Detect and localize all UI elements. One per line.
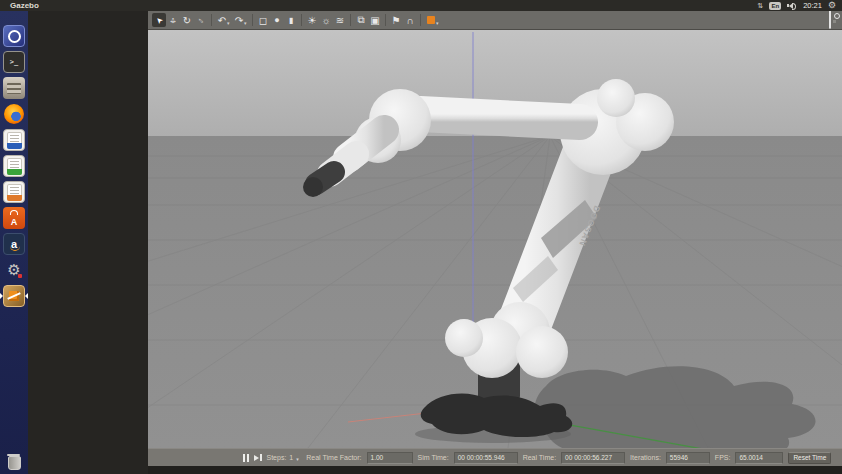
iterations-value: 55946	[666, 452, 710, 464]
align-tool-button[interactable]: ⚑	[389, 13, 403, 27]
insert-sphere-button[interactable]: ●	[270, 13, 284, 27]
camera-icon	[829, 10, 831, 29]
network-icon[interactable]: ⇅	[758, 1, 764, 10]
ubuntu-software-icon: A	[3, 207, 25, 229]
cursor-arrow-icon: ➤	[153, 14, 164, 25]
box-icon: ◻	[259, 15, 267, 26]
steps-value[interactable]: 1	[289, 454, 293, 461]
dock-item-firefox[interactable]	[2, 102, 26, 126]
directional-light-icon: ≋	[336, 15, 344, 26]
step-button[interactable]	[254, 454, 262, 461]
redo-icon: ↷	[235, 15, 243, 26]
ubuntu-dash-icon	[3, 25, 25, 47]
paste-button[interactable]: ▣	[368, 13, 382, 27]
spot-light-button[interactable]: ☼	[319, 13, 333, 27]
redo-history-dropdown[interactable]: ▾	[244, 15, 249, 26]
dock-item-libreoffice-impress[interactable]	[2, 180, 26, 204]
snap-tool-button[interactable]: ∩	[403, 13, 417, 27]
viewport-3d-scene: DOOSAN	[148, 30, 842, 448]
clock[interactable]: 20:21	[803, 1, 822, 10]
real-time-factor-label: Real Time Factor:	[306, 454, 361, 461]
real-time-factor-value: 1.00	[367, 452, 413, 464]
dock-item-libreoffice-writer[interactable]	[2, 128, 26, 152]
dock-item-libreoffice-calc[interactable]	[2, 154, 26, 178]
insert-cylinder-button[interactable]: ▮	[284, 13, 298, 27]
point-light-button[interactable]: ☀	[305, 13, 319, 27]
scale-icon: ⇔	[194, 13, 207, 26]
translate-tool-button[interactable]: ↔ ↕	[166, 13, 180, 27]
window-bottom-edge	[148, 466, 842, 474]
app-menu-title[interactable]: Gazebo	[10, 1, 39, 10]
select-tool-button[interactable]: ➤	[152, 13, 166, 27]
copy-icon: ⧉	[357, 14, 364, 26]
step-icon	[254, 455, 259, 461]
dock-item-trash[interactable]	[2, 451, 26, 474]
trash-icon	[3, 452, 25, 474]
dock-item-terminal[interactable]: >_	[2, 50, 26, 74]
fps-value: 65.0014	[735, 452, 783, 464]
dock-item-ubuntu-software[interactable]: A	[2, 206, 26, 230]
dock-item-file-manager[interactable]	[2, 76, 26, 100]
ubuntu-menubar: Gazebo ⇅ En 20:21 ⚙	[0, 0, 842, 11]
amazon-icon: a	[3, 233, 25, 255]
volume-icon[interactable]	[787, 2, 797, 10]
session-gear-icon[interactable]: ⚙	[828, 1, 836, 10]
rotate-icon: ↻	[183, 15, 191, 26]
simulation-statusbar: Steps: 1 ▾ Real Time Factor: 1.00 Sim Ti…	[148, 448, 842, 466]
libreoffice-calc-icon	[3, 155, 25, 177]
insert-box-button[interactable]: ◻	[256, 13, 270, 27]
copy-button[interactable]: ⧉	[354, 13, 368, 27]
sim-time-label: Sim Time:	[418, 454, 449, 461]
keyboard-layout-indicator[interactable]: En	[769, 2, 781, 10]
file-manager-icon	[3, 77, 25, 99]
cylinder-icon: ▮	[289, 16, 293, 25]
steps-spinner[interactable]: ▾	[296, 453, 301, 462]
dock-item-ubuntu-dash[interactable]	[2, 24, 26, 48]
firefox-icon	[3, 103, 25, 125]
robot-forearm-link	[420, 114, 580, 122]
terminal-icon: >_	[3, 51, 25, 73]
sphere-icon: ●	[274, 15, 279, 25]
directional-light-button[interactable]: ≋	[333, 13, 347, 27]
scale-tool-button[interactable]: ⇔	[194, 13, 208, 27]
dock-item-gazebo[interactable]	[2, 284, 26, 308]
fps-label: FPS:	[715, 454, 731, 461]
launcher-dock: >_ A a ⚙	[0, 11, 28, 474]
view-angle-dropdown[interactable]: ▾	[436, 15, 441, 26]
sim-time-value: 00 00:00:55.946	[454, 452, 518, 464]
gazebo-icon	[3, 285, 25, 307]
system-settings-icon: ⚙	[3, 259, 25, 281]
real-time-value: 00 00:00:56.227	[561, 452, 625, 464]
undo-icon: ↶	[218, 15, 226, 26]
dock-item-amazon[interactable]: a	[2, 232, 26, 256]
snap-magnet-icon: ∩	[406, 15, 413, 26]
iterations-label: Iterations:	[630, 454, 661, 461]
paste-icon: ▣	[370, 15, 379, 26]
view-angle-cube-icon	[427, 16, 435, 24]
screenshot-button[interactable]	[829, 11, 831, 29]
align-icon: ⚑	[392, 15, 401, 26]
libreoffice-writer-icon	[3, 129, 25, 151]
3d-viewport[interactable]: DOOSAN	[148, 30, 842, 448]
indicator-area: ⇅ En 20:21 ⚙	[758, 1, 836, 10]
point-light-icon: ☀	[308, 15, 317, 26]
real-time-label: Real Time:	[523, 454, 556, 461]
gazebo-toolbar: ➤ ↔ ↕ ↻ ⇔ ↶ ▾ ↷ ▾ ◻ ● ▮ ☀ ☼ ≋ ⧉ ▣ ⚑ ∩ ▾	[148, 11, 842, 30]
focused-indicator-arrow	[25, 293, 28, 299]
steps-label: Steps:	[267, 454, 287, 461]
render-view-area: ➤ ↔ ↕ ↻ ⇔ ↶ ▾ ↷ ▾ ◻ ● ▮ ☀ ☼ ≋ ⧉ ▣ ⚑ ∩ ▾	[148, 11, 842, 474]
rotate-tool-button[interactable]: ↻	[180, 13, 194, 27]
window-frame	[28, 11, 148, 474]
pause-button[interactable]	[243, 454, 249, 462]
libreoffice-impress-icon	[3, 181, 25, 203]
spot-light-icon: ☼	[321, 15, 330, 26]
reset-time-button[interactable]: Reset Time	[788, 452, 831, 464]
dock-item-system-settings[interactable]: ⚙	[2, 258, 26, 282]
